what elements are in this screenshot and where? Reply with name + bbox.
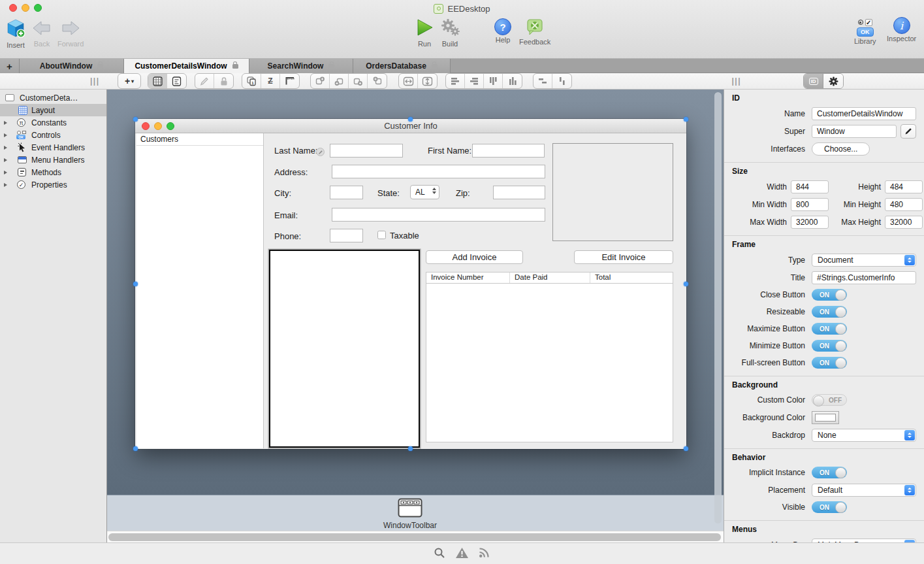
navigator-item-methods[interactable]: Methods	[0, 166, 106, 178]
selection-handle-mid-right[interactable]	[684, 282, 688, 286]
anchor-bottom-button[interactable]	[368, 74, 387, 88]
last-name-label[interactable]: Last Name:	[274, 146, 317, 156]
vertical-scrollbar[interactable]	[714, 91, 722, 529]
navigator-item-properties[interactable]: ✓ Properties	[0, 178, 106, 191]
taxable-checkbox[interactable]	[377, 231, 386, 239]
implicit-instance-toggle[interactable]: ON	[812, 467, 847, 478]
disclosure-triangle-icon[interactable]	[4, 121, 7, 125]
height-input[interactable]: 484	[885, 180, 923, 193]
inspector-resize-grip[interactable]: |||	[731, 76, 741, 86]
max-width-input[interactable]: 32000	[791, 216, 829, 229]
title-input[interactable]: #Strings.CustomerInfo	[812, 271, 916, 284]
tab-searchwindow[interactable]: SearchWindow	[249, 59, 353, 73]
backdrop-popup[interactable]: None	[812, 429, 916, 442]
navigator-item-menu-handlers[interactable]: Menu Handlers	[0, 154, 106, 166]
shelf-item-windowtoolbar[interactable]: WindowToolbar	[377, 498, 443, 530]
selection-handle-top-center[interactable]	[408, 117, 413, 122]
selection-handle-top-right[interactable]	[684, 117, 688, 122]
email-label[interactable]: Email:	[274, 210, 298, 220]
edit-invoice-button[interactable]: Edit Invoice	[574, 250, 673, 264]
selected-listbox-control[interactable]	[269, 250, 420, 448]
anchor-left-button[interactable]	[311, 74, 330, 88]
align-bottom-button[interactable]	[503, 74, 522, 88]
add-control-button[interactable]: +▾	[118, 74, 140, 88]
horizontal-scrollbar[interactable]	[107, 531, 724, 542]
minimize-button-toggle[interactable]: ON	[812, 340, 847, 352]
city-field[interactable]	[330, 186, 363, 199]
max-height-input[interactable]: 32000	[885, 216, 923, 229]
tab-order-button[interactable]: Z	[261, 74, 280, 88]
insert-button[interactable]: Insert	[5, 18, 26, 49]
ruler-button[interactable]	[280, 74, 299, 88]
super-input[interactable]: Window	[812, 125, 897, 138]
navigator-item-constants[interactable]: π Constants	[0, 116, 106, 129]
build-button[interactable]: Build	[439, 18, 461, 48]
total-column-header[interactable]: Total	[590, 273, 673, 283]
selection-handle-mid-left[interactable]	[133, 282, 138, 286]
add-invoice-button[interactable]: Add Invoice	[426, 250, 523, 264]
address-label[interactable]: Address:	[274, 167, 308, 177]
custom-color-toggle[interactable]: OFF	[812, 394, 847, 406]
anchor-top-button[interactable]	[349, 74, 368, 88]
resizeable-toggle[interactable]: ON	[812, 306, 847, 318]
width-input[interactable]: 844	[791, 180, 829, 193]
fullscreen-button-toggle[interactable]: ON	[812, 357, 847, 369]
warnings-button[interactable]	[455, 547, 469, 561]
disclosure-triangle-icon[interactable]	[4, 158, 7, 162]
state-label[interactable]: State:	[377, 188, 400, 198]
name-input[interactable]: CustomerDetailsWindow	[812, 107, 916, 120]
city-label[interactable]: City:	[274, 188, 291, 198]
min-width-input[interactable]: 800	[791, 198, 829, 211]
tab-ordersdatabase[interactable]: OrdersDatabase	[353, 59, 451, 73]
library-button[interactable]: ✓ OK Library	[854, 17, 876, 45]
navigator-item-event-handlers[interactable]: Event Handlers	[0, 141, 106, 154]
run-button[interactable]: Run	[415, 18, 434, 48]
navigator-resize-grip[interactable]: |||	[90, 76, 100, 86]
first-name-label[interactable]: First Name:	[428, 146, 471, 156]
back-button[interactable]: Back	[31, 19, 52, 48]
disclosure-triangle-icon[interactable]	[4, 171, 7, 174]
anchor-right-button[interactable]	[330, 74, 349, 88]
vertical-scrollbar-thumb[interactable]	[714, 92, 722, 523]
phone-field[interactable]	[330, 229, 363, 242]
selection-handle-bottom-right[interactable]	[684, 446, 688, 451]
feed-button[interactable]	[479, 547, 490, 560]
inspector-button[interactable]: i Inspector	[887, 17, 916, 42]
control-set-button[interactable]: 1	[242, 74, 261, 88]
designed-window[interactable]: Customer Info Customers Last Name: First…	[135, 119, 686, 449]
navigator-item-layout[interactable]: Layout	[0, 104, 106, 116]
space-horizontally-button[interactable]	[534, 74, 552, 88]
maximize-button-toggle[interactable]: ON	[812, 323, 847, 335]
layout-view-button[interactable]	[148, 74, 167, 88]
address-field[interactable]	[332, 165, 545, 178]
disclosure-triangle-icon[interactable]	[4, 146, 7, 150]
interfaces-choose-button[interactable]: Choose...	[812, 142, 870, 156]
selection-handle-top-left[interactable]	[133, 117, 138, 122]
horizontal-scrollbar-thumb[interactable]	[108, 533, 721, 541]
pencil-button[interactable]	[195, 74, 214, 88]
inspector-id-tab[interactable]: ID	[804, 74, 823, 88]
align-left-button[interactable]	[446, 74, 465, 88]
fit-height-button[interactable]	[418, 74, 437, 88]
invoice-listbox[interactable]: Invoice Number Date Paid Total	[426, 272, 673, 442]
phone-label[interactable]: Phone:	[274, 231, 301, 241]
zip-field[interactable]	[493, 186, 545, 199]
date-paid-column-header[interactable]: Date Paid	[510, 273, 590, 283]
state-popup-menu[interactable]: AL	[410, 185, 439, 199]
tab-customerdetailswindow[interactable]: CustomerDetailsWindow	[124, 59, 249, 73]
photo-image-well[interactable]	[552, 143, 673, 241]
first-name-field[interactable]	[472, 144, 545, 158]
forward-button[interactable]: Forward	[57, 19, 84, 48]
customers-listbox[interactable]: Customers	[136, 133, 264, 448]
type-popup[interactable]: Document	[812, 254, 916, 267]
taxable-label[interactable]: Taxable	[390, 231, 419, 241]
search-button[interactable]	[434, 547, 445, 561]
selection-handle-bottom-center[interactable]	[408, 446, 413, 451]
lock-button[interactable]	[214, 74, 233, 88]
inspector-gear-tab[interactable]	[823, 74, 843, 88]
disclosure-triangle-icon[interactable]	[4, 133, 7, 137]
zip-label[interactable]: Zip:	[456, 188, 470, 198]
disclosure-triangle-icon[interactable]	[4, 183, 7, 187]
navigator-root-item[interactable]: CustomerDeta…	[0, 91, 106, 104]
code-view-button[interactable]	[167, 74, 186, 88]
